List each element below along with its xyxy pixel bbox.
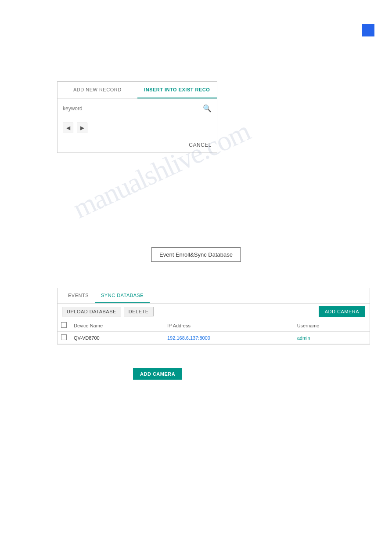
section-title: Event Enroll&Sync Database bbox=[151, 247, 241, 262]
tab-events[interactable]: EVENTS bbox=[62, 288, 95, 303]
tab-insert-exist-record[interactable]: INSERT INTO EXIST RECO bbox=[137, 82, 217, 98]
tab-add-new-record[interactable]: ADD NEW RECORD bbox=[58, 82, 137, 98]
panel-tabs: EVENTS SYNC DATABASE bbox=[58, 288, 370, 304]
dialog-tabs: ADD NEW RECORD INSERT INTO EXIST RECO bbox=[58, 82, 217, 99]
add-camera-below-button[interactable]: ADD CAMERA bbox=[133, 368, 182, 380]
username-link[interactable]: admin bbox=[297, 335, 310, 341]
ip-address-cell: 192.168.6.137:8000 bbox=[164, 332, 294, 344]
camera-table: Device Name IP Address Username QV-VD870… bbox=[58, 319, 370, 344]
keyword-search-input[interactable] bbox=[63, 105, 203, 112]
search-area: 🔍 bbox=[58, 99, 217, 118]
cancel-button[interactable]: CANCEL bbox=[189, 142, 212, 148]
insert-record-dialog: ADD NEW RECORD INSERT INTO EXIST RECO 🔍 … bbox=[57, 81, 217, 153]
header-checkbox[interactable] bbox=[61, 322, 67, 328]
add-camera-below-container: ADD CAMERA bbox=[133, 368, 182, 380]
add-camera-button-top[interactable]: ADD CAMERA bbox=[319, 306, 365, 317]
row-checkbox[interactable] bbox=[61, 334, 67, 340]
next-page-button[interactable]: ▶ bbox=[77, 123, 87, 133]
col-username: Username bbox=[294, 319, 370, 332]
dialog-footer: CANCEL bbox=[58, 138, 217, 152]
search-icon: 🔍 bbox=[203, 104, 212, 112]
row-checkbox-cell bbox=[58, 332, 70, 344]
username-cell: admin bbox=[294, 332, 370, 344]
tab-sync-database[interactable]: SYNC DATABASE bbox=[95, 288, 150, 303]
delete-button[interactable]: DELETE bbox=[124, 307, 154, 316]
pagination-controls: ◀ ▶ bbox=[58, 118, 217, 138]
sync-database-panel: EVENTS SYNC DATABASE UPLOAD DATABASE DEL… bbox=[57, 288, 370, 345]
table-row: QV-VD8700 192.168.6.137:8000 admin bbox=[58, 332, 370, 344]
col-device-name: Device Name bbox=[70, 319, 164, 332]
ip-address-link[interactable]: 192.168.6.137:8000 bbox=[167, 335, 210, 341]
device-name-cell: QV-VD8700 bbox=[70, 332, 164, 344]
prev-page-button[interactable]: ◀ bbox=[63, 123, 73, 133]
table-toolbar: UPLOAD DATABASE DELETE ADD CAMERA bbox=[58, 304, 370, 319]
blue-square-indicator bbox=[362, 24, 374, 36]
col-checkbox bbox=[58, 319, 70, 332]
upload-database-button[interactable]: UPLOAD DATABASE bbox=[62, 307, 121, 316]
col-ip-address: IP Address bbox=[164, 319, 294, 332]
